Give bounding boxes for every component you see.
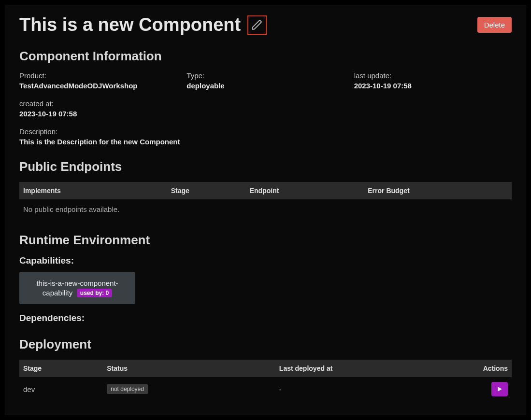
delete-button[interactable]: Delete: [477, 17, 512, 33]
endpoints-table: Implements Stage Endpoint Error Budget N…: [19, 182, 512, 219]
cell-actions: [462, 377, 512, 401]
info-value: 2023-10-19 07:58: [354, 82, 512, 90]
edit-button[interactable]: [247, 15, 267, 35]
info-value: This is the Description for the new Comp…: [19, 138, 512, 146]
play-icon: [496, 386, 503, 392]
info-label: Description:: [19, 127, 512, 136]
cell-status: not deployed: [103, 377, 275, 401]
th-implements: Implements: [19, 182, 167, 199]
empty-message: No public endpoints available.: [19, 199, 512, 219]
info-value: 2023-10-19 07:58: [19, 110, 177, 118]
deployment-table: Stage Status Last deployed at Actions de…: [19, 360, 512, 401]
th-last-deployed: Last deployed at: [275, 360, 462, 377]
info-product: Product: TestAdvancedModeODJWorkshop: [19, 71, 177, 90]
th-endpoint: Endpoint: [246, 182, 364, 199]
cell-stage: dev: [19, 377, 103, 401]
dependencies-title: Dependencies:: [19, 313, 512, 323]
info-description: Description: This is the Description for…: [19, 127, 512, 146]
info-label: created at:: [19, 99, 177, 108]
th-actions: Actions: [462, 360, 512, 377]
info-value: TestAdvancedModeODJWorkshop: [19, 82, 177, 90]
table-header-row: Stage Status Last deployed at Actions: [19, 360, 512, 377]
th-error-budget: Error Budget: [364, 182, 512, 199]
th-stage: Stage: [167, 182, 246, 199]
page-title: This is a new Component: [19, 14, 241, 35]
info-last-update: last update: 2023-10-19 07:58: [354, 71, 512, 90]
section-title-deployment: Deployment: [19, 337, 512, 352]
info-value: deployable: [187, 82, 344, 90]
capability-card[interactable]: this-is-a-new-component-capability used …: [19, 272, 135, 304]
info-label: Type:: [187, 71, 344, 80]
table-header-row: Implements Stage Endpoint Error Budget: [19, 182, 512, 199]
table-row: dev not deployed -: [19, 377, 512, 401]
used-by-badge: used by: 0: [77, 289, 112, 297]
th-stage: Stage: [19, 360, 103, 377]
section-title-endpoints: Public Endpoints: [19, 159, 512, 174]
info-grid: Product: TestAdvancedModeODJWorkshop Typ…: [19, 71, 512, 146]
section-title-runtime: Runtime Environment: [19, 233, 512, 248]
info-type: Type: deployable: [187, 71, 344, 90]
capabilities-title: Capabilities:: [19, 255, 512, 266]
deploy-action-button[interactable]: [491, 382, 508, 396]
status-pill: not deployed: [107, 384, 148, 394]
info-label: Product:: [19, 71, 177, 80]
info-label: last update:: [354, 71, 512, 80]
cell-last-deployed: -: [275, 377, 462, 401]
pencil-icon: [251, 19, 263, 31]
info-created: created at: 2023-10-19 07:58: [19, 99, 177, 118]
table-row-empty: No public endpoints available.: [19, 199, 512, 219]
page-header: This is a new Component Delete: [19, 14, 512, 35]
section-title-info: Component Information: [19, 49, 512, 64]
th-status: Status: [103, 360, 275, 377]
